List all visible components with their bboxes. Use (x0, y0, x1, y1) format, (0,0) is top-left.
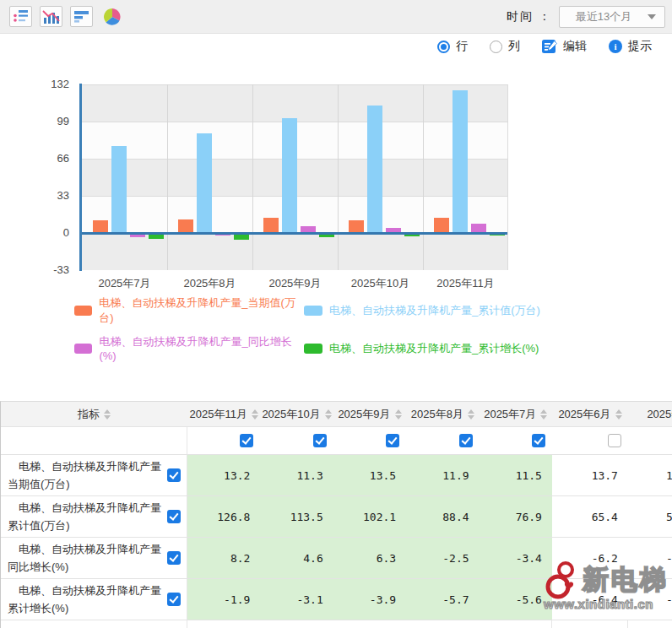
value-cell: 65.4 (552, 496, 628, 538)
value-cell: 1 (628, 455, 672, 496)
table-header-month-1[interactable]: 2025年10月 (260, 402, 333, 427)
column-checkbox-checked[interactable] (459, 434, 473, 447)
month-header-label: 2025年6月 (558, 407, 610, 422)
sort-up-icon (615, 409, 622, 414)
sort-icon[interactable] (395, 409, 402, 420)
column-radio[interactable]: 列 (490, 39, 520, 54)
sort-icon[interactable] (540, 409, 547, 420)
edit-button[interactable]: 编辑 (542, 39, 587, 54)
legend-item-0[interactable]: 电梯、自动扶梯及升降机产量_当期值(万台) (74, 295, 304, 326)
value-cell: 102.1 (333, 496, 406, 538)
table-header-month-4[interactable]: 2025年7月 (480, 402, 552, 427)
horizontal-bar-chart-button[interactable] (70, 6, 93, 27)
row-label-cell: 电梯、自动扶梯及升降机产量当期值(万台) (1, 455, 187, 496)
table-header-index[interactable]: 指标 (1, 402, 187, 427)
value-cell: -3.4 (480, 538, 552, 579)
row-label-line2: 当期值(万台) (8, 478, 70, 490)
data-table: 指标2025年11月2025年10月2025年9月2025年8月2025年7月2… (0, 401, 672, 628)
checkbox-cell-4 (480, 427, 552, 455)
index-header-label: 指标 (78, 407, 100, 422)
row-label-cell (1, 620, 187, 628)
sort-icon[interactable] (252, 409, 258, 420)
legend-swatch-icon (74, 344, 92, 354)
sort-icon[interactable] (615, 409, 622, 420)
value-cell (628, 620, 672, 628)
horizontal-bar-chart-icon (73, 8, 90, 24)
row-checkbox-checked[interactable] (167, 593, 181, 606)
checkbox-cell-2 (333, 427, 406, 455)
x-tick-label: 2025年7月 (82, 276, 167, 291)
sort-down-icon (104, 415, 111, 420)
legend-item-2[interactable]: 电梯、自动扶梯及升降机产量_同比增长(%) (74, 334, 304, 362)
row-checkbox-checked[interactable] (167, 468, 181, 482)
bar-chart-plot-area (82, 84, 508, 270)
table-header-month-3[interactable]: 2025年8月 (406, 402, 479, 427)
checkbox-cell-6 (628, 427, 672, 455)
table-row-partial (1, 620, 672, 628)
row-label-line2: 累计值(万台) (8, 519, 70, 532)
radio-unselected-icon (490, 41, 502, 53)
row-label-line1: 电梯、自动扶梯及升降机产量 (8, 457, 167, 475)
table-header-month-6[interactable]: 2025年5月 (628, 402, 672, 427)
data-list-view-button[interactable] (9, 6, 32, 27)
column-radio-label: 列 (508, 39, 520, 54)
pie-chart-button[interactable] (100, 6, 123, 27)
sort-up-icon (252, 409, 258, 414)
legend-item-3[interactable]: 电梯、自动扶梯及升降机产量_累计增长(%) (304, 334, 540, 362)
sort-icon[interactable] (104, 409, 111, 420)
value-cell: -6.2 (552, 538, 628, 579)
chart-controls: 行 列 编辑 i 提示 (437, 39, 652, 54)
value-cell: -1.9 (187, 579, 260, 620)
table-row: 电梯、自动扶梯及升降机产量累计值(万台)126.8113.5102.188.47… (1, 496, 672, 538)
checkbox-row-spacer (1, 427, 187, 455)
sort-icon[interactable] (468, 409, 474, 420)
sort-up-icon (540, 409, 547, 414)
sort-down-icon (615, 415, 622, 420)
row-radio[interactable]: 行 (437, 39, 468, 54)
y-tick-label: 99 (57, 115, 69, 127)
plot-group-separator (423, 84, 424, 270)
row-label: 电梯、自动扶梯及升降机产量累计值(万台) (1, 499, 167, 534)
column-checkbox-checked[interactable] (240, 434, 253, 447)
value-cell (480, 620, 552, 628)
checkbox-cell-0 (187, 427, 260, 455)
column-checkbox-unchecked[interactable] (608, 434, 621, 447)
sort-down-icon (540, 415, 547, 420)
value-cell (260, 620, 333, 628)
plot-group-separator (167, 84, 168, 270)
column-checkbox-checked[interactable] (532, 434, 545, 447)
table-header-month-2[interactable]: 2025年9月 (333, 402, 406, 427)
table-header-month-5[interactable]: 2025年6月 (552, 402, 628, 427)
value-cell: -5.6 (480, 579, 552, 620)
sort-down-icon (325, 415, 332, 420)
legend-label: 电梯、自动扶梯及升降机产量_当期值(万台) (99, 295, 304, 326)
column-checkbox-checked[interactable] (313, 434, 327, 447)
time-range-select[interactable]: 最近13个月 (559, 6, 665, 28)
y-tick-label: 132 (51, 78, 69, 90)
sort-icon[interactable] (325, 409, 332, 420)
table-row: 电梯、自动扶梯及升降机产量累计增长(%)-1.9-3.1-3.9-5.7-5.6… (1, 579, 672, 620)
bar-line-chart-button[interactable] (40, 6, 62, 27)
row-checkbox-checked[interactable] (167, 551, 181, 565)
row-checkbox-checked[interactable] (167, 510, 181, 523)
y-tick-label: -33 (53, 263, 69, 276)
legend-item-1[interactable]: 电梯、自动扶梯及升降机产量_累计值(万台) (304, 295, 540, 326)
tip-button[interactable]: i 提示 (609, 39, 652, 54)
row-label: 电梯、自动扶梯及升降机产量当期值(万台) (1, 457, 167, 493)
data-list-view-icon (12, 8, 30, 24)
sort-up-icon (325, 409, 332, 414)
bar-s1-2025年11月 (453, 90, 468, 233)
value-cell: 13.2 (187, 455, 260, 496)
table-row: 电梯、自动扶梯及升降机产量当期值(万台)13.211.313.511.911.5… (1, 455, 672, 496)
x-tick-label: 2025年10月 (338, 276, 423, 291)
legend-label: 电梯、自动扶梯及升降机产量_同比增长(%) (99, 334, 304, 362)
sort-up-icon (468, 409, 474, 414)
chart-legend: 电梯、自动扶梯及升降机产量_当期值(万台)电梯、自动扶梯及升降机产量_累计值(万… (74, 295, 540, 362)
month-header-label: 2025年7月 (484, 407, 536, 422)
checkbox-cell-1 (260, 427, 333, 455)
table-row: 电梯、自动扶梯及升降机产量同比增长(%)8.24.66.3-2.5-3.4-6.… (1, 538, 672, 579)
chart-type-switcher (9, 6, 123, 27)
legend-label: 电梯、自动扶梯及升降机产量_累计值(万台) (329, 303, 540, 318)
table-header-month-0[interactable]: 2025年11月 (187, 402, 260, 427)
column-checkbox-checked[interactable] (386, 434, 399, 447)
